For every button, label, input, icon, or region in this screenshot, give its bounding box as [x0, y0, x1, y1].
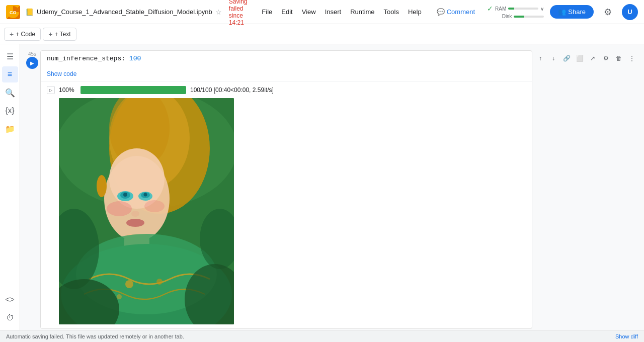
menu-view[interactable]: View	[298, 6, 320, 18]
colab-logo[interactable]: CO	[6, 5, 20, 19]
code-cell: 45s ▶ num_inference_steps: 100 Show code…	[20, 50, 644, 329]
progress-container: 100% 100/100 [00:40<00:00, 2.59it/s]	[59, 86, 526, 94]
sidebar-history-button[interactable]: ⏱	[2, 310, 18, 326]
add-text-button[interactable]: + + Text	[43, 28, 76, 41]
menu-tools[interactable]: Tools	[380, 6, 403, 18]
expand-resource-icon[interactable]: ∨	[540, 6, 544, 12]
left-sidebar: ☰ ≡ 🔍 {x} 📁 <> ⏱	[0, 44, 20, 330]
svg-point-9	[107, 201, 132, 216]
main-content[interactable]: 45s ▶ num_inference_steps: 100 Show code…	[20, 44, 644, 330]
menu-runtime[interactable]: Runtime	[346, 6, 378, 18]
code-value-span: 100	[129, 55, 141, 62]
svg-point-26	[117, 294, 122, 299]
disk-bar	[514, 16, 544, 18]
svg-text:CO: CO	[10, 10, 17, 15]
menu-insert[interactable]: Insert	[321, 6, 346, 18]
sidebar-files-button[interactable]: 📁	[2, 121, 18, 137]
cell-body[interactable]: num_inference_steps: 100 Show code ▷ 100…	[40, 50, 532, 329]
svg-point-8	[109, 148, 165, 209]
cell-right-toolbar: ↑ ↓ 🔗 ⬜ ↗ ⚙ 🗑 ⋮	[532, 50, 640, 66]
svg-point-24	[125, 280, 133, 288]
code-line: num_inference_steps: 100	[47, 55, 526, 62]
svg-point-16	[144, 193, 147, 197]
add-code-button[interactable]: + + Code	[4, 28, 41, 41]
top-menu: File Edit View Insert Runtime Tools Help	[258, 6, 425, 18]
move-down-button[interactable]: ↓	[547, 52, 559, 64]
star-icon[interactable]: ☆	[215, 8, 222, 16]
collapse-output-icon[interactable]: ▷	[47, 86, 55, 94]
cell-left-actions: 45s ▶	[24, 50, 40, 69]
sidebar-variables-button[interactable]: {x}	[2, 103, 18, 119]
top-right: 💬 Comment ✓ RAM ∨ Disk 👥 Share	[431, 4, 638, 20]
progress-bar	[80, 86, 186, 94]
delete-cell-button[interactable]: 🗑	[613, 52, 625, 64]
generated-image	[59, 98, 234, 324]
svg-point-10	[144, 200, 165, 212]
show-diff-button[interactable]: Show diff	[615, 333, 638, 339]
sidebar-diff-button[interactable]: <>	[2, 292, 18, 308]
cell-number: 45s	[28, 51, 36, 57]
notebook-name[interactable]: Udemy_Course_1_Advanced_Stable_Diffusion…	[37, 8, 212, 16]
svg-point-18	[126, 219, 144, 227]
menu-file[interactable]: File	[258, 6, 276, 18]
progress-percent: 100%	[59, 87, 76, 94]
code-keyword-span: num_inference_steps:	[47, 55, 129, 62]
user-avatar[interactable]: U	[622, 4, 638, 20]
plus-icon-text: +	[48, 30, 52, 38]
toolbar: + + Code + + Text	[0, 24, 644, 44]
progress-label: 100/100 [00:40<00:00, 2.59it/s]	[190, 87, 274, 94]
move-up-button[interactable]: ↑	[534, 52, 546, 64]
svg-point-17	[131, 211, 139, 217]
sidebar-toggle-button[interactable]: ☰	[2, 48, 18, 64]
status-bar: Automatic saving failed. This file was u…	[0, 330, 644, 342]
copy-button[interactable]: ⬜	[574, 52, 586, 64]
share-button[interactable]: 👥 Share	[550, 5, 594, 19]
svg-point-13	[123, 193, 127, 197]
run-button[interactable]: ▶	[26, 57, 38, 69]
ram-bar	[508, 8, 538, 10]
sidebar-toc-button[interactable]: ≡	[2, 66, 18, 82]
save-status: Saving failed since 14:21	[229, 0, 253, 26]
show-code-link[interactable]: Show code	[47, 68, 76, 79]
svg-point-25	[156, 279, 163, 285]
status-message: Automatic saving failed. This file was u…	[6, 333, 611, 339]
menu-edit[interactable]: Edit	[277, 6, 296, 18]
expand-button[interactable]: ↗	[587, 52, 599, 64]
settings-icon[interactable]: ⚙	[600, 4, 616, 20]
share-icon: 👥	[558, 8, 566, 16]
progress-bar-fill	[80, 86, 186, 94]
output-cell: ▷ 100% 100/100 [00:40<00:00, 2.59it/s]	[41, 81, 532, 328]
resource-indicator: ✓ RAM ∨ Disk	[487, 5, 544, 19]
notebook-icon: 📒	[25, 8, 34, 16]
file-title-area: 📒 Udemy_Course_1_Advanced_Stable_Diffusi…	[25, 0, 253, 26]
cell-content: num_inference_steps: 100	[41, 51, 532, 66]
plus-icon: +	[10, 30, 14, 38]
sidebar-search-button[interactable]: 🔍	[2, 84, 18, 101]
comment-button[interactable]: 💬 Comment	[431, 5, 481, 19]
cell-settings-button[interactable]: ⚙	[600, 52, 612, 64]
comment-icon: 💬	[437, 8, 445, 16]
menu-help[interactable]: Help	[404, 6, 426, 18]
check-icon: ✓	[487, 5, 493, 13]
link-button[interactable]: 🔗	[560, 52, 573, 64]
more-options-button[interactable]: ⋮	[626, 52, 638, 64]
top-bar: CO 📒 Udemy_Course_1_Advanced_Stable_Diff…	[0, 0, 644, 24]
svg-point-21	[97, 175, 107, 197]
